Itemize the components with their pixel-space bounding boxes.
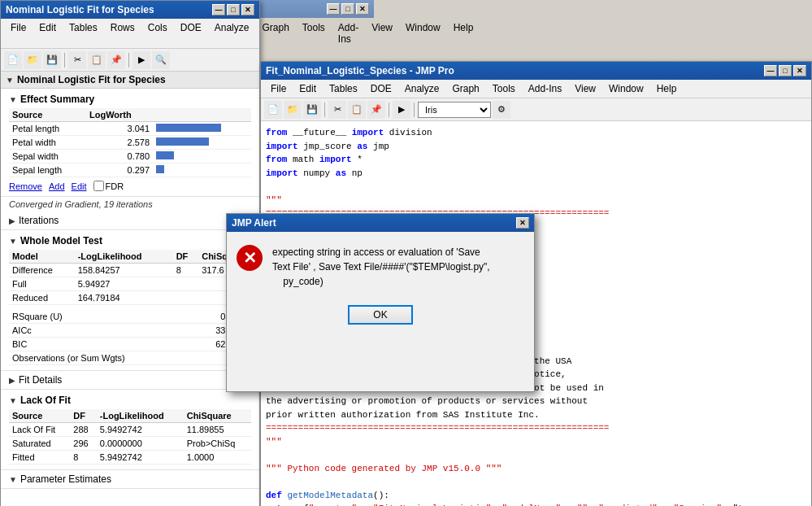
left-window-controls: — □ ✕ bbox=[212, 4, 254, 15]
maximize-btn-left[interactable]: □ bbox=[227, 4, 240, 15]
menu-file-right[interactable]: File bbox=[264, 81, 293, 96]
menu-edit-right[interactable]: Edit bbox=[293, 81, 323, 96]
menu-help-right[interactable]: Help bbox=[650, 81, 684, 96]
effect-summary-label: Effect Summary bbox=[20, 94, 94, 105]
code-line: def getModelMetadata(): bbox=[266, 489, 806, 503]
col-logworth: LogWorth bbox=[86, 108, 153, 122]
close-btn-left[interactable]: ✕ bbox=[241, 4, 254, 15]
effect-summary-table: Source LogWorth Petal length 3.041 Petal bbox=[9, 108, 251, 177]
toolbar-run[interactable]: ▶ bbox=[132, 51, 150, 69]
lof-loglik: 5.9492742 bbox=[97, 423, 184, 437]
toolbar-open[interactable]: 📁 bbox=[24, 51, 41, 69]
logworth-cell: 2.578 bbox=[86, 136, 153, 150]
code-toolbar-extra[interactable]: ⚙ bbox=[493, 101, 510, 119]
bar-fill bbox=[156, 165, 164, 173]
table-row: Observations (or Sum Wgts) 150 bbox=[9, 351, 251, 365]
menu-tables-right[interactable]: Tables bbox=[323, 81, 364, 96]
menu-graph-left[interactable]: Graph bbox=[255, 20, 295, 46]
lack-of-fit-header[interactable]: ▼ Lack Of Fit bbox=[9, 395, 251, 406]
menu-analyze-right[interactable]: Analyze bbox=[398, 81, 446, 96]
menu-help-left[interactable]: Help bbox=[447, 20, 480, 46]
code-toolbar-paste[interactable]: 📌 bbox=[367, 101, 385, 119]
lof-df: 296 bbox=[70, 437, 96, 451]
parameter-estimates-section[interactable]: ▼ Parameter Estimates bbox=[1, 470, 259, 489]
edit-link[interactable]: Edit bbox=[72, 181, 87, 191]
fdr-label: FDR bbox=[106, 181, 124, 191]
add-link[interactable]: Add bbox=[49, 181, 65, 191]
lack-of-fit-table: Source DF -LogLikelihood ChiSquare Lack … bbox=[9, 409, 251, 465]
remove-link[interactable]: Remove bbox=[9, 181, 42, 191]
toolbar-search[interactable]: 🔍 bbox=[152, 51, 170, 69]
menu-cols-left[interactable]: Cols bbox=[141, 20, 174, 46]
effect-summary-section: ▼ Effect Summary Source LogWorth Petal l… bbox=[1, 89, 259, 197]
menu-file-left[interactable]: File bbox=[4, 20, 33, 46]
minimize-btn-right[interactable]: — bbox=[764, 65, 777, 76]
code-toolbar-save[interactable]: 💾 bbox=[303, 101, 321, 119]
toolbar-save[interactable]: 💾 bbox=[43, 51, 61, 69]
left-window-content: ▼ Nominal Logistic Fit for Species ▼ Eff… bbox=[1, 72, 259, 506]
nominal-logistic-section-header[interactable]: ▼ Nominal Logistic Fit for Species bbox=[1, 72, 259, 89]
background-window-controls: — □ ✕ bbox=[327, 3, 369, 15]
code-toolbar-copy[interactable]: 📋 bbox=[348, 101, 366, 119]
fit-details-section[interactable]: ▶ Fit Details bbox=[1, 371, 259, 390]
fdr-checkbox-label[interactable]: FDR bbox=[93, 181, 124, 191]
lof-chisq: Prob>ChiSq bbox=[184, 437, 251, 451]
table-row: Saturated 296 0.0000000 Prob>ChiSq bbox=[9, 437, 251, 451]
whole-model-header[interactable]: ▼ Whole Model Test bbox=[9, 235, 251, 246]
effect-summary-header[interactable]: ▼ Effect Summary bbox=[9, 94, 251, 105]
model-cell: Reduced bbox=[9, 291, 75, 305]
col-loglik: -LogLikelihood bbox=[75, 250, 173, 264]
iris-dataset-select[interactable]: Iris bbox=[418, 102, 491, 118]
menu-window-left[interactable]: Window bbox=[399, 20, 447, 46]
menu-tools-left[interactable]: Tools bbox=[296, 20, 332, 46]
alert-close-btn[interactable]: ✕ bbox=[516, 217, 529, 229]
toolbar-copy[interactable]: 📋 bbox=[88, 51, 106, 69]
toolbar-cut[interactable]: ✂ bbox=[68, 51, 86, 69]
effect-triangle: ▼ bbox=[9, 95, 17, 104]
lof-df: 8 bbox=[70, 451, 96, 465]
menu-view-right[interactable]: View bbox=[568, 81, 602, 96]
table-row: AICc 33.4813 bbox=[9, 324, 251, 338]
menu-tables-left[interactable]: Tables bbox=[63, 20, 104, 46]
source-cell: Sepal width bbox=[9, 150, 86, 164]
menu-analyze-left[interactable]: Analyze bbox=[208, 20, 256, 46]
ok-button[interactable]: OK bbox=[348, 305, 413, 325]
bar-cell bbox=[153, 150, 251, 164]
table-row: RSquare (U) 0.9639 bbox=[9, 310, 251, 324]
menu-graph-right[interactable]: Graph bbox=[445, 81, 485, 96]
fdr-checkbox[interactable] bbox=[93, 181, 104, 191]
toolbar-sep1 bbox=[64, 53, 65, 68]
menu-view-left[interactable]: View bbox=[365, 20, 399, 46]
menu-tools-right[interactable]: Tools bbox=[486, 81, 522, 96]
toolbar-new[interactable]: 📄 bbox=[4, 51, 22, 69]
menu-doe-left[interactable]: DOE bbox=[174, 20, 208, 46]
lof-loglik: 0.0000000 bbox=[97, 437, 184, 451]
parameter-estimates-label: Parameter Estimates bbox=[20, 473, 111, 485]
menu-doe-right[interactable]: DOE bbox=[364, 81, 398, 96]
alert-message-line1: expecting string in access or evaluation… bbox=[272, 246, 480, 258]
code-toolbar-new[interactable]: 📄 bbox=[264, 101, 282, 119]
maximize-btn-bg[interactable]: □ bbox=[341, 3, 354, 15]
code-line: from math import * bbox=[266, 153, 806, 167]
menu-addins-right[interactable]: Add-Ins bbox=[522, 81, 568, 96]
code-separator-line2: ========================================… bbox=[266, 421, 806, 435]
close-btn-right[interactable]: ✕ bbox=[793, 65, 806, 76]
stat-label: BIC bbox=[9, 338, 192, 351]
toolbar-sep2 bbox=[128, 53, 129, 68]
menu-edit-left[interactable]: Edit bbox=[33, 20, 63, 46]
maximize-btn-right[interactable]: □ bbox=[779, 65, 792, 76]
toolbar-paste[interactable]: 📌 bbox=[107, 51, 125, 69]
col-chisq: ChiSquare bbox=[184, 409, 251, 423]
menu-rows-left[interactable]: Rows bbox=[104, 20, 141, 46]
minimize-btn-left[interactable]: — bbox=[212, 4, 225, 15]
menu-addins-left[interactable]: Add-Ins bbox=[332, 20, 365, 46]
iterations-section[interactable]: ▶ Iterations bbox=[1, 212, 259, 230]
minimize-btn-bg[interactable]: — bbox=[327, 3, 340, 15]
code-toolbar-open[interactable]: 📁 bbox=[284, 101, 302, 119]
menu-window-right[interactable]: Window bbox=[602, 81, 650, 96]
close-btn-bg[interactable]: ✕ bbox=[356, 3, 369, 15]
code-toolbar-cut[interactable]: ✂ bbox=[328, 101, 346, 119]
code-sep2 bbox=[389, 103, 389, 117]
param-triangle: ▼ bbox=[9, 475, 17, 484]
code-toolbar-run[interactable]: ▶ bbox=[393, 101, 410, 119]
